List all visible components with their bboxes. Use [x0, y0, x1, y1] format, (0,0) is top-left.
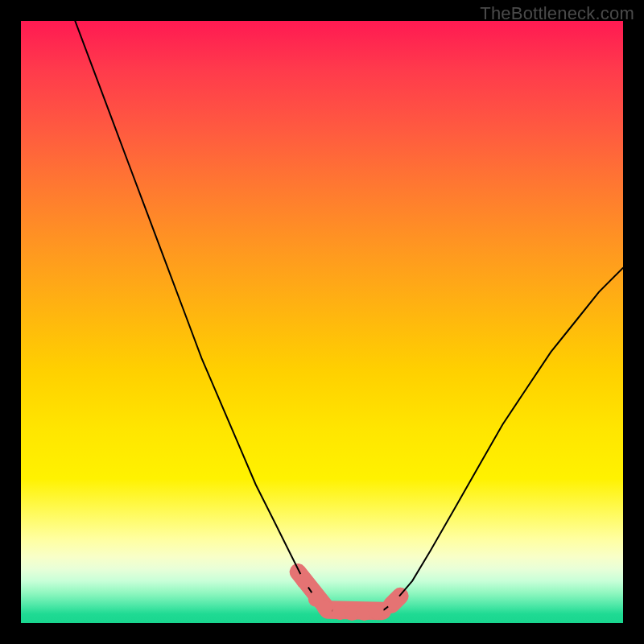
outer-frame: TheBottleneck.com — [0, 0, 644, 644]
marker-right-1 — [386, 594, 402, 609]
bottleneck-curve — [75, 21, 623, 613]
watermark-text: TheBottleneck.com — [480, 3, 634, 24]
chart-svg — [21, 21, 623, 623]
marker-mid-4 — [369, 604, 384, 619]
marker-left-3 — [317, 601, 332, 616]
plot-area — [21, 21, 623, 623]
marker-left-1 — [296, 573, 312, 588]
